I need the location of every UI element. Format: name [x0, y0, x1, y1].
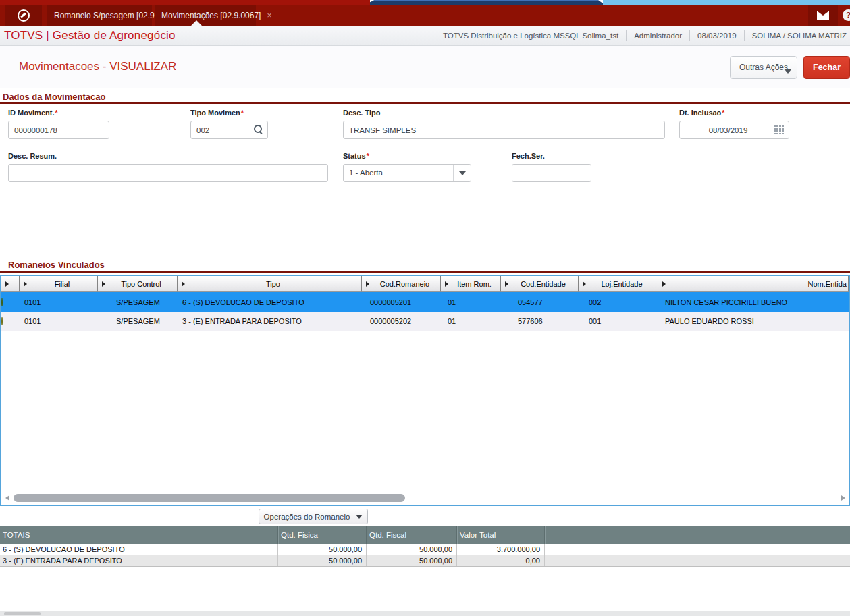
cell-cod-entidade: 577606 — [501, 317, 579, 325]
totals-table: TOTAIS Qtd. Fisica Qtd. Fiscal Valor Tot… — [0, 526, 850, 567]
scrollbar-thumb[interactable] — [4, 612, 41, 615]
status-select[interactable]: 1 - Aberta — [343, 164, 471, 182]
top-strip-blue-segment — [603, 0, 850, 5]
chevron-down-icon — [459, 171, 466, 175]
status-led-green-icon — [1, 298, 3, 306]
required-mark: * — [722, 109, 724, 117]
chevron-down-icon — [356, 515, 363, 519]
close-button[interactable]: Fechar — [803, 56, 850, 79]
grid-header-loj-entidade[interactable]: Loj.Entidade — [579, 276, 658, 292]
other-actions-label: Outras Ações — [739, 63, 788, 72]
calendar-icon[interactable] — [774, 125, 785, 134]
status-dropdown-arrow[interactable] — [453, 165, 471, 181]
fech-ser-label: Fech.Ser. — [512, 152, 545, 160]
scrollbar-thumb[interactable] — [14, 494, 405, 502]
tipo-movimen-label: Tipo Movimen* — [190, 109, 244, 117]
cell-filial: 0101 — [20, 298, 98, 306]
totals-header-valor-total: Valor Total — [457, 526, 545, 544]
section-rule — [0, 271, 850, 273]
status-selected-value: 1 - Aberta — [349, 169, 383, 177]
dt-inclusao-input[interactable] — [679, 121, 789, 139]
top-strip-red-segment — [0, 0, 370, 5]
grid-horizontal-scrollbar[interactable] — [1, 491, 849, 505]
cell-cod-romaneio: 0000005201 — [362, 298, 441, 306]
search-icon[interactable] — [254, 125, 263, 134]
grid-header-tipo[interactable]: Tipo — [178, 276, 362, 292]
scroll-right-icon[interactable] — [841, 495, 845, 501]
required-mark: * — [241, 109, 244, 117]
grid-header-cod-romaneio[interactable]: Cod.Romaneio — [362, 276, 441, 292]
totals-qtd-fiscal: 50.000,00 — [367, 544, 457, 555]
grid-header-cod-entidade[interactable]: Cod.Entidade — [501, 276, 579, 292]
cell-cod-romaneio: 0000005202 — [362, 317, 441, 325]
totals-row: 6 - (S) DEVOLUCAO DE DEPOSITO 50.000,00 … — [0, 544, 850, 555]
desc-tipo-label: Desc. Tipo — [343, 109, 380, 117]
cell-item-rom: 01 — [441, 317, 501, 325]
cell-cod-entidade: 054577 — [501, 298, 579, 306]
status-label: Status* — [343, 152, 369, 160]
totals-header-totais: TOTAIS — [0, 526, 278, 544]
section-rule — [0, 102, 850, 104]
close-button-label: Fechar — [813, 63, 841, 72]
other-actions-button[interactable]: Outras Ações — [730, 56, 797, 79]
id-moviment-field — [8, 121, 109, 139]
status-led-yellow-icon — [1, 317, 3, 325]
caret-right-icon — [5, 281, 9, 287]
active-tab-caret — [191, 20, 202, 26]
grid-header-indicator[interactable] — [1, 276, 20, 292]
totals-qtd-fisica: 50.000,00 — [278, 555, 367, 566]
totals-row-label: 6 - (S) DEVOLUCAO DE DEPOSITO — [0, 544, 278, 555]
fech-ser-field — [512, 164, 591, 182]
tipo-movimen-field — [190, 121, 268, 139]
totals-qtd-fiscal: 50.000,00 — [367, 555, 457, 566]
cell-nom-entidade: NILTON CESAR PICCIRILLI BUENO — [658, 298, 849, 306]
desc-resum-input[interactable] — [8, 164, 328, 182]
page-title: Movimentacoes - VISUALIZAR — [19, 60, 176, 74]
desc-tipo-input[interactable] — [343, 121, 665, 139]
row-status-cell — [1, 317, 20, 325]
totals-header-empty — [545, 526, 850, 544]
table-row[interactable]: 0101 S/PESAGEM 3 - (E) ENTRADA PARA DEPO… — [1, 312, 849, 331]
table-row[interactable]: 0101 S/PESAGEM 6 - (S) DEVOLUCAO DE DEPO… — [1, 292, 849, 312]
module-tab-bar: Romaneio S/pesagem [02.9.0067] × Movimen… — [0, 5, 850, 26]
close-icon[interactable]: × — [267, 11, 271, 20]
company-label: SOLIMA / SOLIMA MATRIZ — [745, 32, 850, 40]
header-info-group: TOTVS Distribuição e Logística MSSQL Sol… — [435, 26, 850, 45]
totals-header-qtd-fisica: Qtd. Fisica — [278, 526, 367, 544]
grid-header-tipo-control[interactable]: Tipo Control — [98, 276, 178, 292]
app-header: TOTVS | Gestão de Agronegócio TOTVS Dist… — [0, 26, 850, 46]
fech-ser-input[interactable] — [512, 164, 591, 182]
help-icon[interactable]: ? — [843, 9, 850, 21]
id-moviment-input[interactable] — [8, 121, 109, 139]
cell-tipo-control: S/PESAGEM — [98, 317, 178, 325]
cell-loj-entidade: 002 — [579, 298, 658, 306]
totvs-logo-tile — [5, 5, 42, 26]
page-header: Movimentacoes - VISUALIZAR Outras Ações … — [0, 46, 850, 88]
scroll-left-icon[interactable] — [5, 495, 9, 501]
totals-empty-cell — [545, 544, 850, 555]
totvs-logo-icon — [18, 9, 30, 22]
totals-qtd-fisica: 50.000,00 — [278, 544, 367, 555]
grid-header-item-rom[interactable]: Item Rom. — [441, 276, 501, 292]
application-window: Romaneio S/pesagem [02.9.0067] × Movimen… — [0, 0, 850, 616]
grid-header-nom-entidade[interactable]: Nom.Entida — [658, 276, 849, 292]
mail-icon — [817, 11, 829, 20]
tab-movimentacoes[interactable]: Movimentações [02.9.0067] × — [155, 5, 256, 26]
chevron-down-icon — [785, 69, 791, 74]
cell-tipo-control: S/PESAGEM — [98, 298, 178, 306]
id-moviment-label: ID Moviment.* — [8, 109, 58, 117]
tab-romaneio-spesagem[interactable]: Romaneio S/pesagem [02.9.0067] × — [47, 5, 152, 26]
section-title-romaneios: Romaneios Vinculados — [8, 260, 105, 270]
mail-button[interactable] — [808, 5, 838, 26]
grid-header-filial[interactable]: Filial — [20, 276, 98, 292]
grid-header-row: Filial Tipo Control Tipo Cod.Romaneio It… — [1, 276, 849, 292]
cell-tipo: 6 - (S) DEVOLUCAO DE DEPOSITO — [178, 298, 362, 306]
brand-title: TOTVS | Gestão de Agronegócio — [4, 29, 176, 43]
totals-row: 3 - (E) ENTRADA PARA DEPOSITO 50.000,00 … — [0, 555, 850, 567]
totals-empty-cell — [545, 555, 850, 566]
cell-nom-entidade: PAULO EDUARDO ROSSI — [658, 317, 849, 325]
dt-inclusao-field — [679, 121, 789, 139]
cell-filial: 0101 — [20, 317, 98, 325]
romaneios-grid: Filial Tipo Control Tipo Cod.Romaneio It… — [0, 275, 850, 506]
operacoes-romaneio-button[interactable]: Operações do Romaneio — [259, 509, 368, 524]
